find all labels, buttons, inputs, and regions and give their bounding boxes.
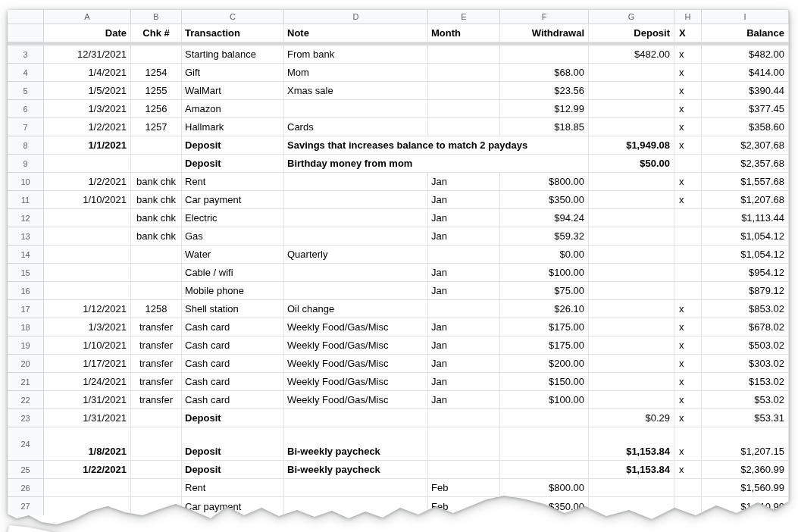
cell-G9[interactable]: $50.00: [589, 155, 674, 173]
cell-E27[interactable]: Feb: [428, 497, 500, 515]
cell-C26[interactable]: Rent: [182, 479, 284, 497]
row-header-17[interactable]: 17: [8, 300, 44, 318]
cell-F13[interactable]: $59.32: [500, 227, 589, 246]
cell-D17[interactable]: Oil change: [284, 300, 428, 318]
cell-E26[interactable]: Feb: [428, 479, 500, 497]
cell-B19[interactable]: transfer: [131, 336, 182, 355]
cell-C27[interactable]: Car payment: [182, 497, 284, 515]
cell-E10[interactable]: Jan: [428, 173, 500, 191]
cell-C1[interactable]: Transaction: [182, 24, 284, 42]
cell-I9[interactable]: $2,357.68: [702, 155, 789, 173]
cell-G5[interactable]: [589, 82, 674, 100]
row-header-14[interactable]: 14: [8, 246, 44, 264]
cell-B4[interactable]: 1254: [131, 64, 182, 82]
cell-F17[interactable]: $26.10: [500, 300, 589, 318]
cell-F26[interactable]: $800.00: [500, 479, 589, 497]
cell-A3[interactable]: 12/31/2021: [44, 45, 131, 64]
cell-G4[interactable]: [589, 64, 674, 82]
cell-H3[interactable]: x: [674, 45, 702, 64]
column-header-H[interactable]: H: [674, 10, 702, 24]
cell-D7[interactable]: Cards: [284, 118, 428, 136]
row-header-5[interactable]: 5: [8, 82, 44, 100]
cell-A17[interactable]: 1/12/2021: [44, 300, 131, 318]
cell-B5[interactable]: 1255: [131, 82, 182, 100]
cell-B11[interactable]: bank chk: [131, 191, 182, 209]
cell-D22[interactable]: Weekly Food/Gas/Misc: [284, 391, 428, 409]
cell-B3[interactable]: [131, 45, 182, 64]
row-header-26[interactable]: 26: [8, 479, 44, 497]
cell-F11[interactable]: $350.00: [500, 191, 589, 209]
cell-D13[interactable]: [284, 227, 428, 246]
cell-E4[interactable]: [428, 64, 500, 82]
cell-A23[interactable]: 1/31/2021: [44, 409, 131, 427]
cell-D25[interactable]: Bi-weekly paycheck: [284, 461, 428, 479]
cell-F1[interactable]: Withdrawal: [500, 24, 589, 42]
cell-G10[interactable]: [589, 173, 674, 191]
cell-I1[interactable]: Balance: [702, 24, 789, 42]
cell-I5[interactable]: $390.44: [702, 82, 789, 100]
cell-D8[interactable]: Savings that increases balance to match …: [284, 136, 589, 155]
cell-A24[interactable]: 1/8/2021: [44, 427, 131, 461]
column-header-G[interactable]: G: [589, 10, 674, 24]
cell-B16[interactable]: [131, 282, 182, 300]
cell-D21[interactable]: Weekly Food/Gas/Misc: [284, 373, 428, 391]
cell-I3[interactable]: $482.00: [702, 45, 789, 64]
row-header-23[interactable]: 23: [8, 409, 44, 427]
cell-B24[interactable]: [131, 427, 182, 461]
cell-A8[interactable]: 1/1/2021: [44, 136, 131, 155]
row-header-25[interactable]: 25: [8, 461, 44, 479]
cell-G20[interactable]: [589, 355, 674, 373]
cell-D16[interactable]: [284, 282, 428, 300]
cell-H27[interactable]: [674, 497, 702, 515]
row-header-3[interactable]: 3: [8, 45, 44, 64]
cell-C18[interactable]: Cash card: [182, 318, 284, 336]
cell-E3[interactable]: [428, 45, 500, 64]
cell-A27[interactable]: [44, 497, 131, 515]
cell-H17[interactable]: x: [674, 300, 702, 318]
cell-H18[interactable]: x: [674, 318, 702, 336]
cell-D15[interactable]: [284, 264, 428, 282]
cell-B15[interactable]: [131, 264, 182, 282]
cell-F14[interactable]: $0.00: [500, 246, 589, 264]
cell-H24[interactable]: x: [674, 427, 702, 461]
cell-I10[interactable]: $1,557.68: [702, 173, 789, 191]
cell-G16[interactable]: [589, 282, 674, 300]
cell-H22[interactable]: x: [674, 391, 702, 409]
cell-B12[interactable]: bank chk: [131, 209, 182, 227]
cell-G18[interactable]: [589, 318, 674, 336]
cell-B18[interactable]: transfer: [131, 318, 182, 336]
cell-C5[interactable]: WalMart: [182, 82, 284, 100]
cell-E20[interactable]: Jan: [428, 355, 500, 373]
cell-H14[interactable]: [674, 246, 702, 264]
cell-A13[interactable]: [44, 227, 131, 246]
cell-I25[interactable]: $2,360.99: [702, 461, 789, 479]
cell-A20[interactable]: 1/17/2021: [44, 355, 131, 373]
cell-C12[interactable]: Electric: [182, 209, 284, 227]
cell-F20[interactable]: $200.00: [500, 355, 589, 373]
cell-A12[interactable]: [44, 209, 131, 227]
cell-H16[interactable]: [674, 282, 702, 300]
cell-E25[interactable]: [428, 461, 500, 479]
cell-C23[interactable]: Deposit: [182, 409, 284, 427]
cell-C14[interactable]: Water: [182, 246, 284, 264]
cell-F4[interactable]: $68.00: [500, 64, 589, 82]
cell-E22[interactable]: Jan: [428, 391, 500, 409]
cell-B21[interactable]: transfer: [131, 373, 182, 391]
cell-D3[interactable]: From bank: [284, 45, 428, 64]
cell-B14[interactable]: [131, 246, 182, 264]
row-header-19[interactable]: 19: [8, 336, 44, 355]
cell-I22[interactable]: $53.02: [702, 391, 789, 409]
cell-B8[interactable]: [131, 136, 182, 155]
cell-C16[interactable]: Mobile phone: [182, 282, 284, 300]
cell-G21[interactable]: [589, 373, 674, 391]
column-header-C[interactable]: C: [182, 10, 284, 24]
cell-C11[interactable]: Car payment: [182, 191, 284, 209]
cell-G24[interactable]: $1,153.84: [589, 427, 674, 461]
cell-D24[interactable]: Bi-weekly paycheck: [284, 427, 428, 461]
cell-G25[interactable]: $1,153.84: [589, 461, 674, 479]
cell-A15[interactable]: [44, 264, 131, 282]
cell-A14[interactable]: [44, 246, 131, 264]
cell-F7[interactable]: $18.85: [500, 118, 589, 136]
cell-H10[interactable]: x: [674, 173, 702, 191]
cell-G26[interactable]: [589, 479, 674, 497]
